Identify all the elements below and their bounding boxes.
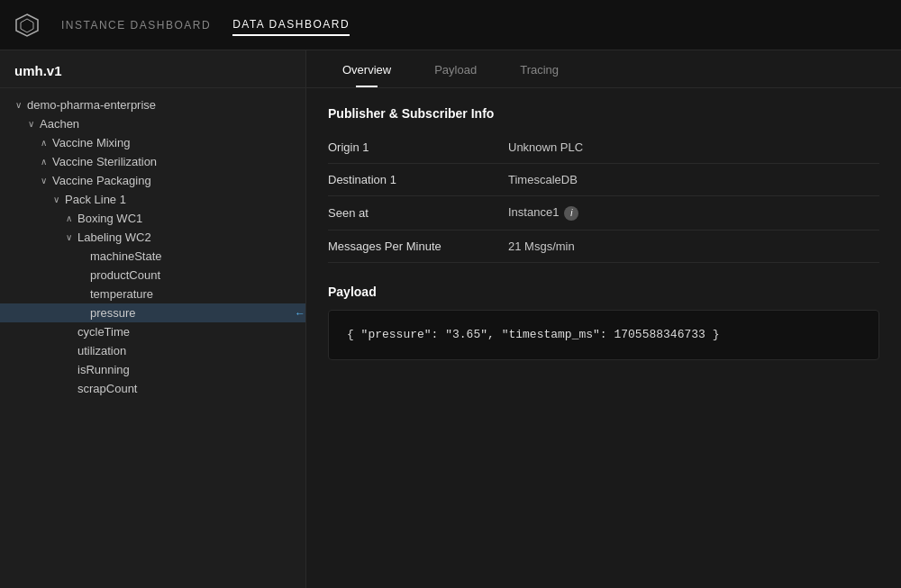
panel-content: Publisher & Subscriber Info Origin 1Unkn… (306, 88, 901, 588)
tree-toggle[interactable]: ∧ (61, 213, 76, 223)
tree-label: demo-pharma-enterprise (25, 98, 305, 112)
tree-label: isRunning (76, 363, 305, 376)
tree-label: Aachen (38, 117, 305, 131)
tree-item-temperature[interactable]: temperature (0, 285, 305, 303)
info-row: Seen atInstance1i (328, 196, 879, 231)
payload-section-title: Payload (328, 285, 879, 299)
info-value: Instance1i (508, 196, 879, 231)
tabs-bar: OverviewPayloadTracing (306, 50, 901, 88)
tree-label: temperature (88, 287, 305, 301)
selected-arrow-icon: ← (295, 307, 305, 320)
tree-label: pressure (88, 306, 291, 320)
tree-label: productCount (88, 268, 305, 282)
info-row: Messages Per Minute21 Msgs/min (328, 230, 879, 262)
tree-item-productCount[interactable]: productCount (0, 266, 305, 285)
tree-item-utilization[interactable]: utilization (0, 341, 305, 360)
tree-item-vaccine-pack[interactable]: ∨Vaccine Packaging (0, 171, 305, 190)
nav-instance-dashboard[interactable]: INSTANCE DASHBOARD (61, 15, 211, 35)
tree-item-vaccine-steril[interactable]: ∧Vaccine Sterilization (0, 152, 305, 171)
tree-item-pressure[interactable]: pressure← (0, 303, 305, 322)
tree-toggle[interactable]: ∨ (11, 100, 25, 110)
tree-item-pack-line-1[interactable]: ∨Pack Line 1 (0, 190, 305, 209)
info-row: Destination 1TimescaleDB (328, 164, 879, 196)
tree-item-vaccine-mixing[interactable]: ∧Vaccine Mixing (0, 133, 305, 152)
tree-label: machineState (88, 249, 305, 263)
publisher-section-title: Publisher & Subscriber Info (328, 106, 879, 121)
tree-item-scrapCount[interactable]: scrapCount (0, 379, 305, 398)
right-panel: OverviewPayloadTracing Publisher & Subsc… (306, 50, 901, 588)
tab-tracing[interactable]: Tracing (498, 50, 580, 87)
tree-toggle[interactable]: ∧ (36, 138, 50, 148)
tree-toggle[interactable]: ∧ (36, 157, 50, 167)
tree-label: Pack Line 1 (63, 193, 305, 206)
sidebar-header: umh.v1 (0, 50, 305, 88)
tree-label: cycleTime (76, 325, 305, 339)
svg-marker-1 (21, 19, 33, 32)
info-value: Unknown PLC (508, 131, 879, 164)
tree-item-demo-pharma[interactable]: ∨demo-pharma-enterprise (0, 95, 305, 114)
info-key: Seen at (328, 196, 508, 231)
tree-label: Vaccine Mixing (50, 136, 305, 149)
tree-label: Labeling WC2 (76, 231, 305, 244)
tree-item-labeling-wc2[interactable]: ∨Labeling WC2 (0, 228, 305, 247)
tree-item-aachen[interactable]: ∨Aachen (0, 114, 305, 133)
tree-item-boxing-wc1[interactable]: ∧Boxing WC1 (0, 209, 305, 228)
tree-toggle[interactable]: ∨ (23, 119, 38, 129)
main-content: umh.v1 ∨demo-pharma-enterprise∨Aachen∧Va… (0, 50, 901, 588)
tree-toggle[interactable]: ∨ (36, 176, 50, 185)
tree-label: scrapCount (76, 382, 305, 395)
tree-item-isRunning[interactable]: isRunning (0, 360, 305, 379)
tree-label: Boxing WC1 (76, 212, 305, 225)
tree-label: Vaccine Packaging (50, 174, 305, 187)
tree-item-machineState[interactable]: machineState (0, 247, 305, 266)
tree-label: utilization (76, 344, 305, 357)
tree-item-cycleTime[interactable]: cycleTime (0, 322, 305, 341)
info-value: 21 Msgs/min (508, 230, 879, 262)
tree-toggle[interactable]: ∨ (49, 194, 63, 204)
info-tooltip-icon[interactable]: i (564, 206, 578, 221)
tree-toggle[interactable]: ∨ (61, 232, 76, 242)
app-logo-icon (14, 13, 40, 38)
tree-label: Vaccine Sterilization (50, 155, 305, 168)
tab-payload[interactable]: Payload (413, 50, 498, 87)
info-key: Origin 1 (328, 131, 508, 164)
top-nav: INSTANCE DASHBOARD DATA DASHBOARD (0, 0, 901, 50)
payload-box: { "pressure": "3.65", "timestamp_ms": 17… (328, 310, 879, 360)
info-table: Origin 1Unknown PLCDestination 1Timescal… (328, 131, 879, 263)
info-key: Messages Per Minute (328, 230, 508, 262)
info-value: TimescaleDB (508, 164, 879, 196)
tab-overview[interactable]: Overview (321, 50, 413, 87)
info-key: Destination 1 (328, 164, 508, 196)
sidebar: umh.v1 ∨demo-pharma-enterprise∨Aachen∧Va… (0, 50, 306, 588)
nav-data-dashboard[interactable]: DATA DASHBOARD (232, 14, 350, 36)
info-row: Origin 1Unknown PLC (328, 131, 879, 164)
tree-container: ∨demo-pharma-enterprise∨Aachen∧Vaccine M… (0, 88, 305, 405)
